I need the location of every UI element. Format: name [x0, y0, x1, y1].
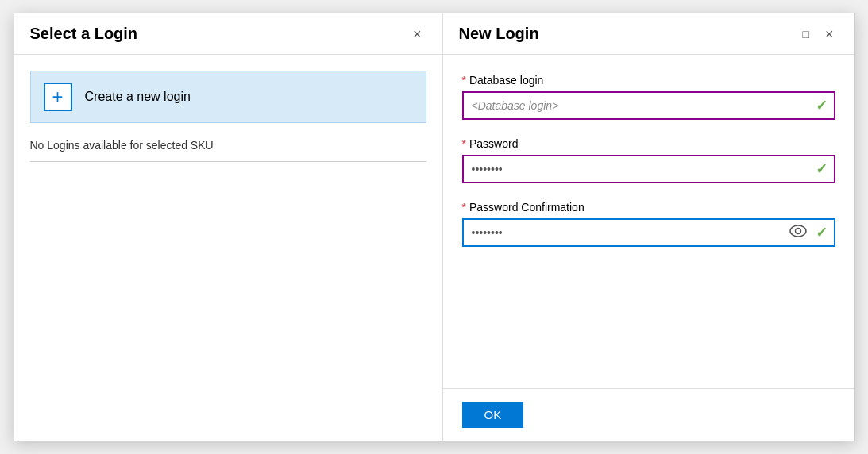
left-close-button[interactable]: ×: [408, 25, 426, 43]
password-confirmation-label: Password Confirmation: [469, 201, 584, 214]
required-star-db: *: [462, 74, 466, 87]
password-confirmation-group: * Password Confirmation ✓: [462, 201, 835, 247]
database-login-input[interactable]: [462, 91, 835, 120]
dialog-container: Select a Login × + Create a new login No…: [14, 13, 855, 441]
right-header-actions: □ ×: [798, 25, 839, 43]
divider: [30, 161, 426, 162]
database-login-label: Database login: [469, 74, 543, 87]
svg-point-1: [795, 229, 800, 234]
password-confirmation-label-row: * Password Confirmation: [462, 201, 835, 214]
right-panel: New Login □ × * Database login ✓: [443, 13, 854, 441]
right-panel-footer: OK: [443, 388, 854, 441]
left-panel: Select a Login × + Create a new login No…: [14, 13, 443, 441]
plus-icon-box: +: [44, 83, 72, 111]
right-panel-header: New Login □ ×: [443, 13, 854, 55]
ok-button[interactable]: OK: [462, 402, 524, 428]
password-input[interactable]: [462, 155, 835, 183]
svg-point-0: [790, 225, 806, 237]
database-login-wrapper: ✓: [462, 91, 835, 120]
right-panel-title: New Login: [459, 25, 539, 43]
plus-icon: +: [52, 87, 63, 106]
create-login-label: Create a new login: [85, 90, 191, 104]
maximize-button[interactable]: □: [798, 27, 814, 41]
required-star-pwc: *: [462, 201, 466, 214]
password-group: * Password ✓: [462, 137, 835, 183]
required-star-pw: *: [462, 137, 466, 150]
left-panel-header: Select a Login ×: [14, 13, 442, 55]
left-panel-body: + Create a new login No Logins available…: [14, 55, 442, 441]
left-panel-title: Select a Login: [30, 25, 138, 43]
password-confirmation-wrapper: ✓: [462, 218, 835, 247]
database-login-group: * Database login ✓: [462, 74, 835, 120]
right-panel-body: * Database login ✓ * Password ✓: [443, 55, 854, 388]
eye-icon[interactable]: [789, 225, 807, 240]
database-login-label-row: * Database login: [462, 74, 835, 87]
password-confirmation-input[interactable]: [462, 218, 835, 247]
no-logins-text: No Logins available for selected SKU: [30, 139, 426, 152]
password-label: Password: [469, 137, 518, 150]
right-close-button[interactable]: ×: [820, 25, 839, 43]
password-wrapper: ✓: [462, 155, 835, 183]
password-label-row: * Password: [462, 137, 835, 150]
create-login-item[interactable]: + Create a new login: [30, 71, 426, 123]
